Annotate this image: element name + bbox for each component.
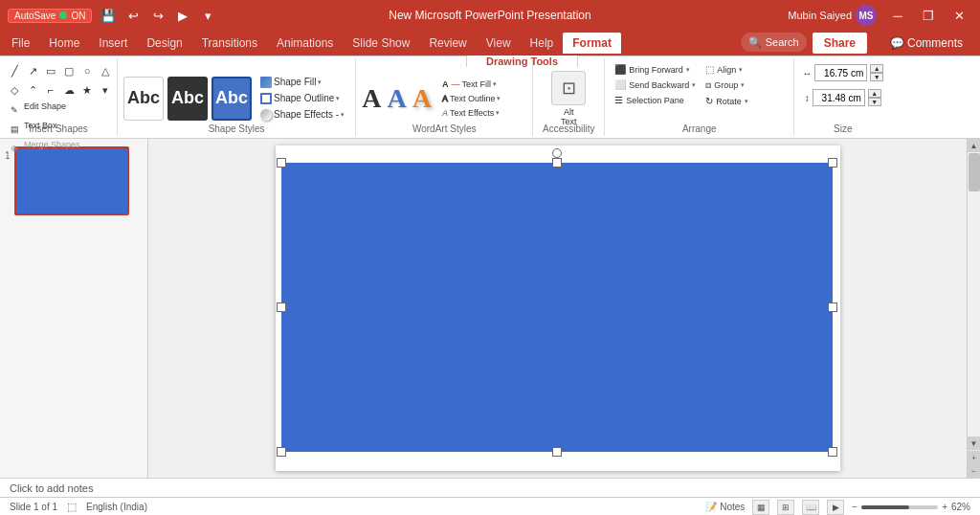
- wordart-a-orange[interactable]: A: [412, 85, 432, 112]
- handle-tl[interactable]: [277, 158, 286, 168]
- send-backward-btn[interactable]: ⬜ Send Backward ▾: [611, 78, 700, 92]
- more-icon[interactable]: ▾: [197, 5, 218, 26]
- scroll-down[interactable]: ▼: [968, 437, 981, 450]
- round-rect-shape[interactable]: ▢: [60, 62, 78, 79]
- alt-text-label: Alt: [564, 107, 574, 117]
- canvas-area: [148, 139, 967, 478]
- alt-text-button[interactable]: ⊡ Alt Text: [544, 67, 593, 130]
- diamond-shape[interactable]: ◇: [6, 81, 23, 99]
- tab-format[interactable]: Format: [563, 33, 621, 54]
- tab-review[interactable]: Review: [419, 33, 476, 54]
- tab-design[interactable]: Design: [137, 33, 191, 54]
- handle-tc[interactable]: [552, 158, 562, 168]
- toolbar-icons: 💾 ↩ ↪ ▶ ▾: [98, 5, 218, 26]
- alt-text-icon: ⊡: [551, 71, 586, 105]
- slideshow-btn[interactable]: ▶: [827, 500, 844, 515]
- group-btn[interactable]: ⧈ Group ▾: [702, 78, 788, 93]
- shape-outline-btn[interactable]: Shape Outline ▾: [256, 91, 349, 106]
- tab-transitions[interactable]: Transitions: [192, 33, 267, 54]
- normal-view-btn[interactable]: ▦: [752, 500, 769, 515]
- scroll-plus[interactable]: +: [968, 451, 981, 464]
- width-input[interactable]: [814, 64, 867, 81]
- zoom-in-icon[interactable]: +: [942, 502, 947, 512]
- scroll-minus[interactable]: −: [968, 464, 981, 478]
- handle-ml[interactable]: [277, 302, 286, 312]
- reading-view-btn[interactable]: 📖: [802, 500, 819, 515]
- tab-insert[interactable]: Insert: [89, 33, 137, 54]
- selection-pane-btn[interactable]: ☰ Selection Pane: [611, 93, 700, 107]
- wordart-a-blue[interactable]: A: [387, 85, 406, 112]
- present-icon[interactable]: ▶: [172, 5, 193, 26]
- bring-forward-btn[interactable]: ⬛ Bring Forward ▾: [611, 62, 700, 77]
- shape-style-dark[interactable]: Abc: [167, 77, 208, 121]
- slide-sorter-btn[interactable]: ⊞: [777, 500, 794, 515]
- share-button[interactable]: Share: [813, 33, 867, 54]
- scroll-thumb[interactable]: [969, 153, 980, 191]
- merge-shapes[interactable]: ⊕: [6, 140, 23, 157]
- scroll-up[interactable]: ▲: [968, 139, 981, 152]
- rect-shape[interactable]: ▭: [42, 62, 59, 79]
- rotate-icon: ↻: [705, 96, 713, 106]
- edit-shape-label[interactable]: Edit Shape: [24, 101, 66, 119]
- height-input[interactable]: [813, 89, 865, 106]
- align-btn[interactable]: ⬚ Align ▾: [702, 62, 788, 77]
- tab-home[interactable]: Home: [39, 33, 89, 54]
- more-shapes[interactable]: ▾: [97, 81, 114, 99]
- shape-fill-btn[interactable]: Shape Fill ▾: [256, 75, 349, 90]
- handle-mr[interactable]: [828, 302, 837, 312]
- save-icon[interactable]: 💾: [98, 5, 119, 26]
- user-avatar[interactable]: MS: [856, 5, 877, 26]
- wordart-a-plain[interactable]: A: [362, 85, 381, 112]
- ribbon-group-accessibility: ⊡ Alt Text Accessibility: [533, 58, 605, 136]
- redo-icon[interactable]: ↪: [147, 5, 168, 26]
- edit-shape[interactable]: ✎: [6, 101, 23, 119]
- blue-shape[interactable]: [281, 163, 833, 452]
- star-shape[interactable]: ★: [78, 81, 96, 99]
- text-fill-btn[interactable]: A — Text Fill ▾: [437, 78, 506, 91]
- oval-shape[interactable]: ○: [78, 62, 96, 79]
- undo-icon[interactable]: ↩: [122, 5, 144, 26]
- shape-style-plain[interactable]: Abc: [123, 77, 164, 121]
- height-down[interactable]: ▼: [868, 98, 881, 106]
- tab-view[interactable]: View: [477, 33, 521, 54]
- tri-shape[interactable]: △: [97, 62, 114, 79]
- callout-shape[interactable]: ☁: [60, 81, 78, 99]
- handle-bl[interactable]: [277, 447, 286, 457]
- rotate-btn[interactable]: ↻ Rotate ▾: [702, 94, 788, 108]
- notes-btn[interactable]: 📝 Notes: [705, 502, 745, 512]
- notes-area[interactable]: Click to add notes: [0, 478, 980, 497]
- restore-button[interactable]: ❐: [915, 5, 942, 26]
- slide-canvas[interactable]: [276, 146, 840, 471]
- status-bar: Slide 1 of 1 ⬚ English (India) 📝 Notes ▦…: [0, 497, 980, 515]
- close-button[interactable]: ✕: [946, 5, 972, 26]
- text-effects-btn[interactable]: A Text Effects ▾: [437, 106, 506, 120]
- shape-effects-btn[interactable]: Shape Effects - ▾: [256, 107, 349, 123]
- zoom-slider[interactable]: [861, 505, 938, 509]
- handle-rotate[interactable]: [552, 148, 562, 158]
- width-up[interactable]: ▲: [870, 64, 883, 73]
- tab-help[interactable]: Help: [521, 33, 564, 54]
- tab-slideshow[interactable]: Slide Show: [343, 33, 419, 54]
- height-up[interactable]: ▲: [868, 89, 881, 98]
- comments-button[interactable]: 💬 Comments: [880, 33, 972, 54]
- width-down[interactable]: ▼: [870, 73, 883, 81]
- shape-style-blue[interactable]: Abc: [212, 77, 252, 121]
- text-outline-btn[interactable]: A Text Outline ▾: [437, 92, 506, 105]
- zoom-out-icon[interactable]: −: [852, 502, 858, 512]
- search-box[interactable]: 🔍 Search: [741, 33, 807, 52]
- autosave-dot: [59, 11, 67, 19]
- handle-br[interactable]: [828, 447, 837, 457]
- ribbon-group-arrange: ⬛ Bring Forward ▾ ⬜ Send Backward ▾ ☰ Se…: [605, 58, 794, 136]
- bent-shape[interactable]: ⌐: [42, 81, 59, 99]
- minimize-button[interactable]: ─: [884, 5, 911, 26]
- arrow-shape[interactable]: ↗: [24, 62, 41, 79]
- tab-animations[interactable]: Animations: [267, 33, 343, 54]
- scroll-track[interactable]: [968, 152, 981, 437]
- line-shape[interactable]: ╱: [6, 62, 23, 79]
- chevron-shape[interactable]: ⌃: [24, 81, 41, 99]
- text-effects-icon: A: [442, 108, 448, 118]
- handle-tr[interactable]: [828, 158, 837, 168]
- autosave-badge[interactable]: AutoSave ON: [8, 9, 92, 23]
- tab-file[interactable]: File: [2, 33, 39, 54]
- handle-bc[interactable]: [552, 447, 562, 457]
